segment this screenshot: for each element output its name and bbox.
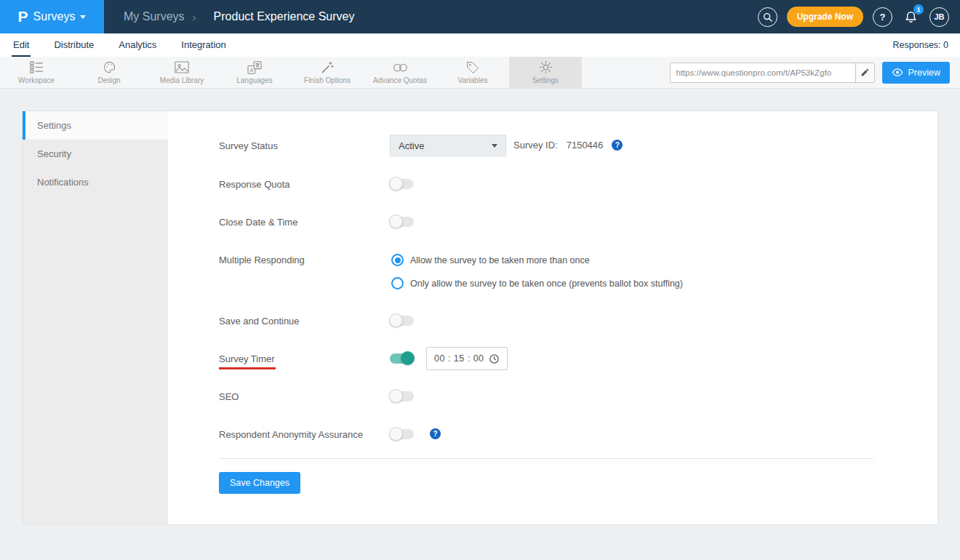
respondent-anonymity-toggle[interactable] xyxy=(390,429,414,439)
survey-status-label: Survey Status xyxy=(219,140,278,151)
close-date-time-toggle[interactable] xyxy=(390,217,414,227)
toolbar-item-settings[interactable]: Settings xyxy=(509,57,582,88)
top-navbar: P Surveys My Surveys › Product Experienc… xyxy=(0,0,960,33)
toggle-knob xyxy=(389,177,403,191)
toolbar-label: Variables xyxy=(458,76,488,84)
survey-id-value: 7150446 xyxy=(567,140,604,151)
edit-toolbar: Workspace Design Media Library A Languag… xyxy=(0,57,960,89)
notification-badge: 1 xyxy=(913,4,924,15)
toggle-knob xyxy=(401,351,415,365)
breadcrumb-my-surveys[interactable]: My Surveys xyxy=(124,10,185,23)
toolbar-item-media-library[interactable]: Media Library xyxy=(145,57,218,88)
media-library-icon xyxy=(175,60,189,74)
radio-option-label: Allow the survey to be taken more than o… xyxy=(410,255,590,265)
radio-single-response-only[interactable] xyxy=(391,277,404,289)
workspace-icon xyxy=(30,60,44,74)
toolbar-label: Languages xyxy=(236,76,273,84)
survey-url-input[interactable] xyxy=(671,68,855,77)
breadcrumb: My Surveys › Product Experience Survey xyxy=(124,10,354,23)
eye-icon xyxy=(892,68,903,76)
variables-icon xyxy=(466,60,479,74)
response-quota-toggle[interactable] xyxy=(390,179,414,189)
toolbar-label: Finish Options xyxy=(304,76,351,84)
sidebar-item-settings[interactable]: Settings xyxy=(23,111,168,140)
chevron-down-icon xyxy=(80,15,86,19)
save-and-continue-toggle[interactable] xyxy=(390,316,414,326)
seo-toggle[interactable] xyxy=(390,391,414,401)
survey-timer-time-input[interactable]: 00 : 15 : 00 xyxy=(426,347,508,370)
toggle-knob xyxy=(389,313,403,327)
toolbar-item-finish-options[interactable]: Finish Options xyxy=(291,57,364,88)
tab-edit[interactable]: Edit xyxy=(12,33,31,57)
survey-status-dropdown[interactable]: Active xyxy=(390,135,506,156)
avatar[interactable]: JB xyxy=(929,7,949,27)
toggle-knob xyxy=(389,215,403,228)
responses-count: Responses: 0 xyxy=(893,33,948,57)
toolbar-item-languages[interactable]: A Languages xyxy=(218,57,291,88)
respondent-anonymity-label: Respondent Anonymity Assurance xyxy=(219,429,363,440)
search-button[interactable] xyxy=(758,7,777,27)
svg-text:A: A xyxy=(249,66,253,73)
response-quota-label: Response Quota xyxy=(219,179,290,190)
gear-icon xyxy=(539,60,553,74)
edit-url-button[interactable] xyxy=(855,63,874,82)
toolbar-item-variables[interactable]: Variables xyxy=(436,57,509,88)
toggle-knob xyxy=(389,427,403,441)
clock-icon xyxy=(489,353,500,364)
toolbar-label: Settings xyxy=(532,76,559,84)
brand-surveys-menu[interactable]: P Surveys xyxy=(0,0,104,33)
languages-icon: A xyxy=(247,60,262,74)
settings-sidebar: Settings Security Notifications xyxy=(23,111,168,524)
survey-url-field xyxy=(670,63,875,83)
toolbar-item-advance-quotas[interactable]: Advance Quotas xyxy=(364,57,436,88)
sidebar-item-security[interactable]: Security xyxy=(23,140,168,168)
questionpro-logo: P xyxy=(18,8,28,25)
close-date-time-label: Close Date & Time xyxy=(219,217,297,228)
respondent-anonymity-help-icon[interactable]: ? xyxy=(430,428,441,439)
breadcrumb-separator-icon: › xyxy=(193,11,196,23)
toolbar-label: Advance Quotas xyxy=(373,76,427,84)
preview-button[interactable]: Preview xyxy=(882,62,950,84)
survey-timer-time-value: 00 : 15 : 00 xyxy=(434,353,484,364)
tab-analytics[interactable]: Analytics xyxy=(117,33,158,57)
search-icon xyxy=(763,12,772,22)
tab-integration[interactable]: Integration xyxy=(180,33,227,57)
survey-id-help-icon[interactable]: ? xyxy=(612,140,623,151)
upgrade-now-button[interactable]: Upgrade Now xyxy=(787,7,863,27)
settings-card: Settings Security Notifications Survey S… xyxy=(22,111,938,525)
tab-distribute[interactable]: Distribute xyxy=(52,33,95,57)
page-title: Product Experience Survey xyxy=(214,10,355,23)
save-changes-button[interactable]: Save Changes xyxy=(219,472,300,494)
question-mark-icon: ? xyxy=(880,12,886,23)
notifications-button[interactable]: 1 xyxy=(902,8,920,26)
help-button[interactable]: ? xyxy=(873,7,892,27)
toolbar-label: Workspace xyxy=(18,76,55,84)
radio-multiple-responses-allowed[interactable] xyxy=(391,254,404,266)
design-icon xyxy=(103,60,116,74)
sidebar-item-notifications[interactable]: Notifications xyxy=(23,168,168,196)
navbar-actions: Upgrade Now ? 1 JB xyxy=(758,7,960,27)
survey-id-row: Survey ID: 7150446 ? xyxy=(513,140,623,151)
survey-status-value: Active xyxy=(399,140,424,151)
form-divider xyxy=(219,458,873,459)
survey-timer-toggle[interactable] xyxy=(390,353,414,364)
toolbar-label: Media Library xyxy=(160,76,204,84)
pencil-icon xyxy=(860,68,870,77)
finish-options-icon xyxy=(321,60,335,74)
toolbar-label: Design xyxy=(97,76,120,84)
survey-timer-annotation-underline xyxy=(219,367,276,369)
seo-label: SEO xyxy=(219,391,239,402)
section-tabbar: Edit Distribute Analytics Integration Re… xyxy=(0,33,960,57)
toolbar-item-design[interactable]: Design xyxy=(73,57,145,88)
toolbar-right: Preview xyxy=(670,57,960,88)
radio-option-label: Only allow the survey to be taken once (… xyxy=(410,279,683,289)
avatar-initials: JB xyxy=(934,12,944,21)
brand-label: Surveys xyxy=(33,10,76,23)
save-and-continue-label: Save and Continue xyxy=(219,316,300,327)
chevron-down-icon xyxy=(492,144,497,148)
survey-id-label: Survey ID: xyxy=(513,140,558,151)
toolbar-item-workspace[interactable]: Workspace xyxy=(0,57,73,88)
advance-quotas-icon xyxy=(393,60,408,74)
multiple-responding-label: Multiple Responding xyxy=(219,255,305,265)
preview-label: Preview xyxy=(908,68,940,78)
